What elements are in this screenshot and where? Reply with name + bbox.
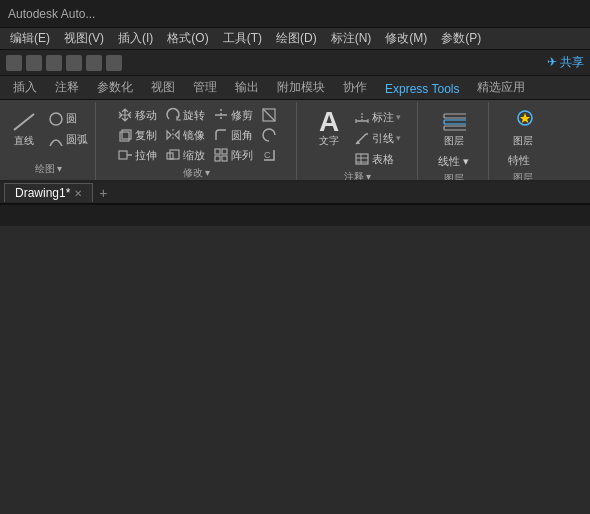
rotate-icon [165, 107, 181, 123]
qt-new-icon[interactable] [6, 55, 22, 71]
drawing-tab[interactable]: Drawing1* ✕ [4, 183, 93, 202]
scale-icon [165, 147, 181, 163]
svg-rect-16 [222, 149, 227, 154]
svg-rect-6 [120, 132, 129, 141]
ribbon-group-properties: 图层 特性 图层特性 [490, 102, 555, 180]
stretch-icon [117, 147, 133, 163]
table-icon [354, 151, 370, 167]
svg-rect-7 [122, 130, 131, 139]
tab-manage[interactable]: 管理 [184, 75, 226, 99]
btn-featured[interactable]: 图层 [505, 108, 541, 150]
svg-rect-33 [444, 126, 466, 130]
btn-line[interactable]: 直线 [6, 108, 42, 150]
menu-view[interactable]: 视图(V) [58, 28, 110, 49]
array-label: 阵列 [231, 148, 253, 163]
btn-fillet[interactable]: 圆角 [210, 126, 256, 144]
featured-label: 图层 [513, 134, 533, 148]
svg-rect-31 [444, 114, 466, 118]
btn-table[interactable]: 表格 [351, 150, 404, 168]
qt-save-icon[interactable] [46, 55, 62, 71]
menu-insert[interactable]: 插入(I) [112, 28, 159, 49]
tab-featured-apps[interactable]: 精选应用 [468, 75, 534, 99]
ribbon-group-modify: 移动 旋转 修剪 [97, 102, 297, 180]
btn-text[interactable]: A 文字 [311, 108, 347, 150]
btn-dimension[interactable]: 标注 ▾ [351, 108, 404, 126]
ribbon-panel: 直线 圆 圆弧 [0, 100, 590, 182]
prop-group-label: 图层特性 [505, 171, 541, 182]
btn-stretch[interactable]: 拉伸 [114, 146, 160, 164]
title-bar: Autodesk Auto... [0, 0, 590, 28]
ribbon-group-draw: 直线 圆 圆弧 [2, 102, 96, 180]
qt-undo-icon[interactable] [86, 55, 102, 71]
btn-array[interactable]: 阵列 [210, 146, 256, 164]
mirror-label: 镜像 [183, 128, 205, 143]
tab-addons[interactable]: 附加模块 [268, 75, 334, 99]
tab-insert[interactable]: 插入 [4, 75, 46, 99]
move-label: 移动 [135, 108, 157, 123]
featured-icon [511, 110, 535, 134]
ribbon-tabs: 插入 注释 参数化 视图 管理 输出 附加模块 协作 Express Tools… [0, 76, 590, 100]
svg-rect-18 [222, 156, 227, 161]
btn-move[interactable]: 移动 [114, 106, 160, 124]
circle-label: 圆 [66, 111, 77, 126]
menu-draw[interactable]: 绘图(D) [270, 28, 323, 49]
ribbon-group-annotation: A 文字 标注 ▾ [298, 102, 418, 180]
tab-parametric[interactable]: 参数化 [88, 75, 142, 99]
menu-format[interactable]: 格式(O) [161, 28, 214, 49]
svg-marker-35 [520, 113, 530, 123]
copy-label: 复制 [135, 128, 157, 143]
btn-extend[interactable] [258, 126, 280, 144]
btn-mirror[interactable]: 镜像 [162, 126, 208, 144]
tab-collab[interactable]: 协作 [334, 75, 376, 99]
circle-icon [48, 111, 64, 127]
status-bar [0, 204, 590, 226]
menu-dimension[interactable]: 标注(N) [325, 28, 378, 49]
tab-express-tools[interactable]: Express Tools [376, 78, 468, 99]
menu-modify[interactable]: 修改(M) [379, 28, 433, 49]
annotation-group-label: 注释 ▾ [311, 170, 404, 182]
btn-chamfer[interactable]: C [258, 146, 280, 164]
qt-open-icon[interactable] [26, 55, 42, 71]
erase-icon [261, 107, 277, 123]
linetype-label: 线性 ▾ [438, 154, 469, 169]
btn-rotate[interactable]: 旋转 [162, 106, 208, 124]
btn-trim[interactable]: 修剪 [210, 106, 256, 124]
tab-close-btn[interactable]: ✕ [74, 188, 82, 199]
btn-layer-properties[interactable]: 图层 [435, 108, 472, 150]
line-svg [12, 110, 36, 134]
chamfer-icon: C [261, 147, 277, 163]
svg-rect-17 [215, 156, 220, 161]
menu-edit[interactable]: 编辑(E) [4, 28, 56, 49]
menu-params[interactable]: 参数(P) [435, 28, 487, 49]
title-text: Autodesk Auto... [0, 7, 582, 21]
text-icon: A [317, 110, 341, 134]
quick-toolbar: ✈ 共享 [0, 50, 590, 76]
svg-text:C: C [264, 150, 271, 160]
menu-tools[interactable]: 工具(T) [217, 28, 268, 49]
btn-prop-dropdown[interactable]: 特性 [505, 152, 541, 169]
rotate-label: 旋转 [183, 108, 205, 123]
btn-arc[interactable]: 圆弧 [45, 131, 91, 149]
btn-leader[interactable]: 引线 ▾ [351, 129, 404, 147]
array-icon [213, 147, 229, 163]
tab-view[interactable]: 视图 [142, 75, 184, 99]
stretch-label: 拉伸 [135, 148, 157, 163]
tab-annotation[interactable]: 注释 [46, 75, 88, 99]
fillet-label: 圆角 [231, 128, 253, 143]
tab-add-btn[interactable]: + [93, 183, 113, 203]
text-a-icon: A [319, 108, 339, 136]
text-label: 文字 [319, 134, 339, 148]
svg-rect-15 [215, 149, 220, 154]
btn-erase[interactable] [258, 106, 280, 124]
layer-properties-label: 图层 [444, 134, 464, 148]
btn-copy[interactable]: 复制 [114, 126, 160, 144]
qt-print-icon[interactable] [66, 55, 82, 71]
btn-linetype[interactable]: 线性 ▾ [435, 153, 472, 170]
tab-output[interactable]: 输出 [226, 75, 268, 99]
svg-line-0 [14, 114, 34, 130]
dim-label: 标注 [372, 110, 394, 125]
leader-label: 引线 [372, 131, 394, 146]
btn-scale[interactable]: 缩放 [162, 146, 208, 164]
qt-redo-icon[interactable] [106, 55, 122, 71]
btn-circle[interactable]: 圆 [45, 110, 91, 128]
